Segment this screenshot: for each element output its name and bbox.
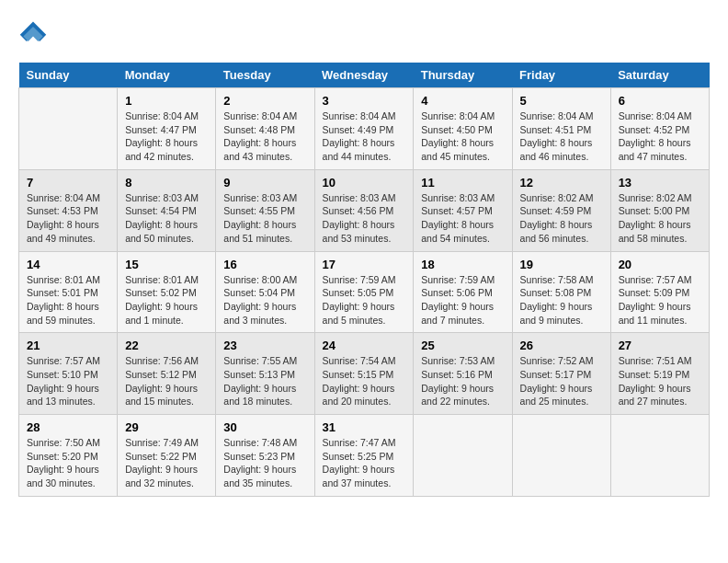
- header-row: SundayMondayTuesdayWednesdayThursdayFrid…: [19, 63, 710, 88]
- day-cell: 17Sunrise: 7:59 AMSunset: 5:05 PMDayligh…: [314, 251, 414, 333]
- day-detail: Sunrise: 8:04 AMSunset: 4:47 PMDaylight:…: [125, 109, 208, 164]
- day-detail: Sunrise: 8:00 AMSunset: 5:04 PMDaylight:…: [223, 273, 306, 327]
- day-cell: 12Sunrise: 8:02 AMSunset: 4:59 PMDayligh…: [512, 169, 610, 251]
- day-cell: 26Sunrise: 7:52 AMSunset: 5:17 PMDayligh…: [512, 333, 610, 415]
- day-number: 9: [223, 176, 306, 190]
- day-cell: 10Sunrise: 8:03 AMSunset: 4:56 PMDayligh…: [314, 169, 414, 251]
- day-detail: Sunrise: 8:03 AMSunset: 4:57 PMDaylight:…: [421, 191, 504, 246]
- day-header-friday: Friday: [512, 63, 610, 88]
- day-detail: Sunrise: 8:01 AMSunset: 5:01 PMDaylight:…: [27, 273, 109, 327]
- day-number: 27: [619, 339, 701, 352]
- day-detail: Sunrise: 8:04 AMSunset: 4:52 PMDaylight:…: [619, 109, 701, 164]
- day-cell: 25Sunrise: 7:53 AMSunset: 5:16 PMDayligh…: [414, 333, 512, 415]
- day-detail: Sunrise: 8:02 AMSunset: 4:59 PMDaylight:…: [520, 191, 603, 246]
- day-cell: 3Sunrise: 8:04 AMSunset: 4:49 PMDaylight…: [314, 88, 414, 170]
- day-cell: 7Sunrise: 8:04 AMSunset: 4:53 PMDaylight…: [19, 169, 118, 251]
- day-number: 16: [223, 258, 306, 271]
- day-number: 14: [27, 258, 109, 271]
- day-cell: 13Sunrise: 8:02 AMSunset: 5:00 PMDayligh…: [610, 169, 709, 251]
- day-number: 26: [520, 339, 603, 352]
- day-cell: 30Sunrise: 7:48 AMSunset: 5:23 PMDayligh…: [216, 415, 314, 497]
- day-cell: 8Sunrise: 8:03 AMSunset: 4:54 PMDaylight…: [118, 169, 216, 251]
- day-header-thursday: Thursday: [414, 63, 512, 88]
- day-cell: 24Sunrise: 7:54 AMSunset: 5:15 PMDayligh…: [314, 333, 414, 415]
- week-row-2: 14Sunrise: 8:01 AMSunset: 5:01 PMDayligh…: [19, 251, 710, 333]
- page-header: [18, 18, 710, 48]
- day-number: 8: [125, 176, 208, 190]
- day-cell: 19Sunrise: 7:58 AMSunset: 5:08 PMDayligh…: [512, 251, 610, 333]
- day-cell: 22Sunrise: 7:56 AMSunset: 5:12 PMDayligh…: [118, 333, 216, 415]
- day-number: 30: [223, 420, 306, 434]
- day-detail: Sunrise: 7:58 AMSunset: 5:08 PMDaylight:…: [520, 273, 603, 327]
- day-cell: 11Sunrise: 8:03 AMSunset: 4:57 PMDayligh…: [414, 169, 512, 251]
- day-detail: Sunrise: 7:49 AMSunset: 5:22 PMDaylight:…: [125, 436, 208, 490]
- day-number: 7: [27, 176, 109, 190]
- day-detail: Sunrise: 7:57 AMSunset: 5:09 PMDaylight:…: [619, 273, 701, 327]
- day-header-saturday: Saturday: [610, 63, 709, 88]
- day-cell: 28Sunrise: 7:50 AMSunset: 5:20 PMDayligh…: [19, 415, 118, 497]
- day-cell: 29Sunrise: 7:49 AMSunset: 5:22 PMDayligh…: [118, 415, 216, 497]
- week-row-4: 28Sunrise: 7:50 AMSunset: 5:20 PMDayligh…: [19, 415, 710, 497]
- day-cell: [512, 415, 610, 497]
- day-cell: 16Sunrise: 8:00 AMSunset: 5:04 PMDayligh…: [216, 251, 314, 333]
- day-cell: 27Sunrise: 7:51 AMSunset: 5:19 PMDayligh…: [610, 333, 709, 415]
- day-number: 15: [125, 258, 208, 271]
- week-row-0: 1Sunrise: 8:04 AMSunset: 4:47 PMDaylight…: [19, 88, 710, 170]
- day-number: 4: [421, 94, 504, 108]
- day-number: 22: [125, 339, 208, 352]
- day-detail: Sunrise: 8:04 AMSunset: 4:49 PMDaylight:…: [323, 109, 406, 164]
- day-cell: 5Sunrise: 8:04 AMSunset: 4:51 PMDaylight…: [512, 88, 610, 170]
- day-number: 13: [619, 176, 701, 190]
- day-number: 2: [223, 94, 306, 108]
- day-detail: Sunrise: 7:53 AMSunset: 5:16 PMDaylight:…: [421, 354, 504, 408]
- day-header-sunday: Sunday: [19, 63, 118, 88]
- day-cell: 18Sunrise: 7:59 AMSunset: 5:06 PMDayligh…: [414, 251, 512, 333]
- logo: [18, 18, 51, 48]
- day-detail: Sunrise: 7:54 AMSunset: 5:15 PMDaylight:…: [323, 354, 406, 408]
- day-detail: Sunrise: 7:59 AMSunset: 5:06 PMDaylight:…: [421, 273, 504, 327]
- day-detail: Sunrise: 7:55 AMSunset: 5:13 PMDaylight:…: [223, 354, 306, 408]
- day-number: 11: [421, 176, 504, 190]
- day-cell: 9Sunrise: 8:03 AMSunset: 4:55 PMDaylight…: [216, 169, 314, 251]
- day-detail: Sunrise: 7:57 AMSunset: 5:10 PMDaylight:…: [27, 354, 109, 408]
- day-detail: Sunrise: 8:04 AMSunset: 4:51 PMDaylight:…: [520, 109, 603, 164]
- day-number: 6: [619, 94, 701, 108]
- day-number: 28: [27, 420, 109, 434]
- day-number: 17: [323, 258, 406, 271]
- day-cell: 2Sunrise: 8:04 AMSunset: 4:48 PMDaylight…: [216, 88, 314, 170]
- day-cell: 4Sunrise: 8:04 AMSunset: 4:50 PMDaylight…: [414, 88, 512, 170]
- day-detail: Sunrise: 8:04 AMSunset: 4:50 PMDaylight:…: [421, 109, 504, 164]
- day-number: 5: [520, 94, 603, 108]
- day-number: 20: [619, 258, 701, 271]
- day-detail: Sunrise: 7:47 AMSunset: 5:25 PMDaylight:…: [323, 436, 406, 490]
- day-cell: [610, 415, 709, 497]
- day-detail: Sunrise: 8:01 AMSunset: 5:02 PMDaylight:…: [125, 273, 208, 327]
- calendar-table: SundayMondayTuesdayWednesdayThursdayFrid…: [18, 63, 710, 497]
- day-cell: 23Sunrise: 7:55 AMSunset: 5:13 PMDayligh…: [216, 333, 314, 415]
- day-cell: 14Sunrise: 8:01 AMSunset: 5:01 PMDayligh…: [19, 251, 118, 333]
- day-number: 1: [125, 94, 208, 108]
- day-number: 12: [520, 176, 603, 190]
- day-cell: 31Sunrise: 7:47 AMSunset: 5:25 PMDayligh…: [314, 415, 414, 497]
- week-row-3: 21Sunrise: 7:57 AMSunset: 5:10 PMDayligh…: [19, 333, 710, 415]
- day-detail: Sunrise: 7:52 AMSunset: 5:17 PMDaylight:…: [520, 354, 603, 408]
- day-cell: [19, 88, 118, 170]
- day-number: 25: [421, 339, 504, 352]
- day-detail: Sunrise: 8:03 AMSunset: 4:54 PMDaylight:…: [125, 191, 208, 246]
- day-cell: 1Sunrise: 8:04 AMSunset: 4:47 PMDaylight…: [118, 88, 216, 170]
- day-detail: Sunrise: 8:03 AMSunset: 4:56 PMDaylight:…: [323, 191, 406, 246]
- day-number: 19: [520, 258, 603, 271]
- day-detail: Sunrise: 7:51 AMSunset: 5:19 PMDaylight:…: [619, 354, 701, 408]
- day-number: 31: [323, 420, 406, 434]
- day-header-monday: Monday: [118, 63, 216, 88]
- day-number: 24: [323, 339, 406, 352]
- day-cell: 20Sunrise: 7:57 AMSunset: 5:09 PMDayligh…: [610, 251, 709, 333]
- day-detail: Sunrise: 8:03 AMSunset: 4:55 PMDaylight:…: [223, 191, 306, 246]
- week-row-1: 7Sunrise: 8:04 AMSunset: 4:53 PMDaylight…: [19, 169, 710, 251]
- logo-icon: [18, 18, 48, 48]
- day-detail: Sunrise: 8:04 AMSunset: 4:53 PMDaylight:…: [27, 191, 109, 246]
- day-header-wednesday: Wednesday: [314, 63, 414, 88]
- day-header-tuesday: Tuesday: [216, 63, 314, 88]
- day-number: 10: [323, 176, 406, 190]
- day-cell: 15Sunrise: 8:01 AMSunset: 5:02 PMDayligh…: [118, 251, 216, 333]
